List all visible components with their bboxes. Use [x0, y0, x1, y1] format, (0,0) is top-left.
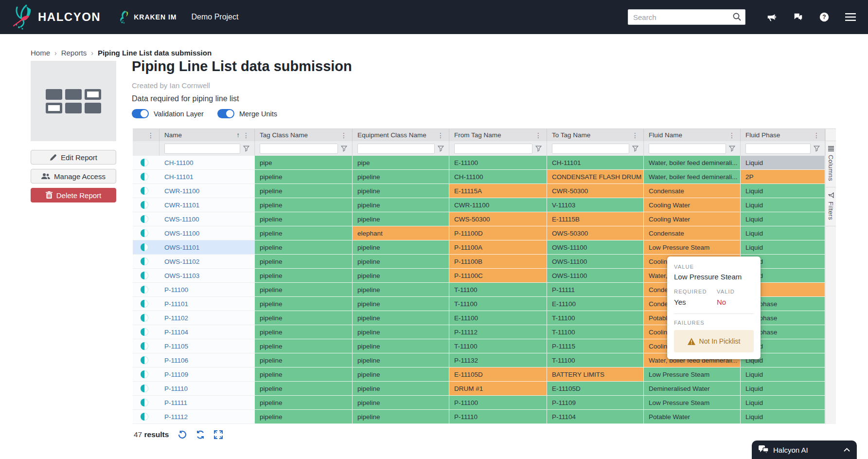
tab-filters[interactable]: Filters: [826, 187, 836, 226]
cell-tag-class[interactable]: pipeline: [255, 255, 353, 269]
column-menu-icon[interactable]: ⋮: [144, 131, 154, 139]
cell-fluid-name[interactable]: Low Pressure Steam: [644, 367, 741, 382]
reset-icon[interactable]: [178, 430, 187, 439]
cell-equipment-class[interactable]: pipeline: [353, 212, 449, 226]
cell-name[interactable]: OWS-11101: [159, 240, 255, 255]
cell-fluid-phase[interactable]: Liquid: [741, 156, 825, 170]
cell-equipment-class[interactable]: pipeline: [353, 198, 449, 212]
row-status-cell[interactable]: [133, 255, 159, 269]
cell-name[interactable]: OWS-11103: [159, 269, 255, 283]
header-cell-from-tag[interactable]: From Tag Name⋮: [449, 129, 547, 141]
row-status-cell[interactable]: [133, 297, 159, 311]
cell-from-tag[interactable]: CWR-11100: [449, 198, 547, 212]
row-name-link[interactable]: P-11109: [164, 371, 188, 378]
cell-fluid-name[interactable]: Potable Water: [644, 410, 741, 424]
row-status-cell[interactable]: [133, 156, 159, 170]
cell-fluid-name[interactable]: Condensate: [644, 184, 741, 198]
filter-funnel-icon[interactable]: [438, 146, 444, 152]
cell-fluid-phase[interactable]: Liquid: [741, 212, 825, 226]
cell-equipment-class[interactable]: pipeline: [353, 283, 449, 297]
cell-tag-class[interactable]: pipe: [255, 156, 353, 170]
validation-layer-toggle[interactable]: Validation Layer: [132, 109, 204, 118]
filter-input-equipment-class[interactable]: [357, 144, 435, 154]
cell-to-tag[interactable]: T-11100: [547, 311, 644, 325]
filter-funnel-icon[interactable]: [535, 146, 542, 152]
header-cell-fluid-phase[interactable]: Fluid Phase⋮: [741, 129, 825, 141]
cell-from-tag[interactable]: P-11100A: [449, 240, 547, 255]
filter-funnel-icon[interactable]: [243, 146, 249, 152]
cell-fluid-name[interactable]: Condensate: [644, 226, 741, 240]
row-name-link[interactable]: CWR-11100: [164, 187, 199, 195]
cell-tag-class[interactable]: pipeline: [255, 269, 353, 283]
cell-tag-class[interactable]: pipeline: [255, 297, 353, 311]
column-menu-icon[interactable]: ⋮: [240, 131, 249, 139]
cell-name[interactable]: P-11100: [159, 283, 255, 297]
column-menu-icon[interactable]: ⋮: [434, 131, 444, 139]
row-name-link[interactable]: CH-11101: [164, 173, 194, 181]
filter-funnel-icon[interactable]: [729, 146, 735, 152]
cell-tag-class[interactable]: pipeline: [255, 382, 353, 396]
cell-name[interactable]: P-11110: [159, 382, 255, 396]
filter-input-from-tag[interactable]: [454, 144, 532, 154]
cell-equipment-class[interactable]: pipeline: [353, 269, 449, 283]
row-name-link[interactable]: P-11100: [164, 286, 188, 294]
row-name-link[interactable]: P-11111: [164, 399, 187, 406]
column-menu-icon[interactable]: ⋮: [726, 131, 735, 139]
header-cell-equipment-class[interactable]: Equipment Class Name⋮: [353, 129, 449, 141]
cell-equipment-class[interactable]: pipeline: [353, 255, 449, 269]
column-menu-icon[interactable]: ⋮: [532, 131, 542, 139]
cell-from-tag[interactable]: DRUM #1: [449, 382, 547, 396]
cell-from-tag[interactable]: P-11100C: [449, 269, 547, 283]
row-name-link[interactable]: CWS-11100: [164, 216, 199, 223]
row-status-cell[interactable]: [133, 311, 159, 325]
cell-name[interactable]: OWS-11100: [159, 226, 255, 240]
cell-name[interactable]: P-11104: [159, 325, 255, 339]
row-status-cell[interactable]: [133, 184, 159, 198]
row-status-cell[interactable]: [133, 226, 159, 240]
cell-to-tag[interactable]: P-11115: [547, 339, 644, 353]
cell-to-tag[interactable]: P-11104: [547, 410, 644, 424]
delete-report-button[interactable]: Delete Report: [31, 188, 116, 202]
cell-fluid-name[interactable]: Water, boiler feed deminerali...: [644, 156, 741, 170]
manage-access-button[interactable]: Manage Access: [31, 169, 116, 184]
cell-fluid-phase[interactable]: Liquid: [741, 198, 825, 212]
cell-from-tag[interactable]: E-11100: [449, 156, 547, 170]
cell-from-tag[interactable]: P-11100D: [449, 226, 547, 240]
announcements-icon[interactable]: [766, 11, 778, 23]
cell-fluid-phase[interactable]: Liquid: [741, 396, 825, 410]
filter-input-fluid-phase[interactable]: [745, 144, 811, 154]
cell-to-tag[interactable]: P-11109: [547, 396, 644, 410]
cell-equipment-class[interactable]: pipeline: [353, 382, 449, 396]
breadcrumb-reports[interactable]: Reports: [61, 49, 87, 57]
cell-to-tag[interactable]: E-11105D: [547, 382, 644, 396]
cell-equipment-class[interactable]: pipeline: [353, 410, 449, 424]
row-name-link[interactable]: OWS-11102: [164, 258, 199, 265]
cell-equipment-class[interactable]: pipeline: [353, 367, 449, 382]
row-status-cell[interactable]: [133, 212, 159, 226]
cell-to-tag[interactable]: OWS-11100: [547, 240, 644, 255]
cell-name[interactable]: P-11102: [159, 311, 255, 325]
cell-tag-class[interactable]: pipeline: [255, 353, 353, 367]
cell-tag-class[interactable]: pipeline: [255, 198, 353, 212]
row-status-cell[interactable]: [133, 269, 159, 283]
cell-name[interactable]: P-11112: [159, 410, 255, 424]
cell-equipment-class[interactable]: pipeline: [353, 396, 449, 410]
cell-from-tag[interactable]: E-11100: [449, 311, 547, 325]
filter-funnel-icon[interactable]: [632, 146, 638, 152]
cell-fluid-name[interactable]: Water, boiler feed deminerali...: [644, 170, 741, 184]
row-name-link[interactable]: P-11105: [164, 343, 188, 350]
cell-equipment-class[interactable]: pipeline: [353, 297, 449, 311]
cell-fluid-phase[interactable]: Liquid: [741, 184, 825, 198]
cell-to-tag[interactable]: P-11111: [547, 283, 644, 297]
cell-tag-class[interactable]: pipeline: [255, 325, 353, 339]
row-status-cell[interactable]: [133, 353, 159, 367]
cell-tag-class[interactable]: pipeline: [255, 339, 353, 353]
cell-name[interactable]: P-11111: [159, 396, 255, 410]
row-status-cell[interactable]: [133, 339, 159, 353]
cell-name[interactable]: P-11101: [159, 297, 255, 311]
cell-name[interactable]: CH-11101: [159, 170, 255, 184]
cell-from-tag[interactable]: E-11105D: [449, 367, 547, 382]
row-status-cell[interactable]: [133, 283, 159, 297]
row-name-link[interactable]: P-11112: [164, 413, 188, 421]
cell-tag-class[interactable]: pipeline: [255, 311, 353, 325]
